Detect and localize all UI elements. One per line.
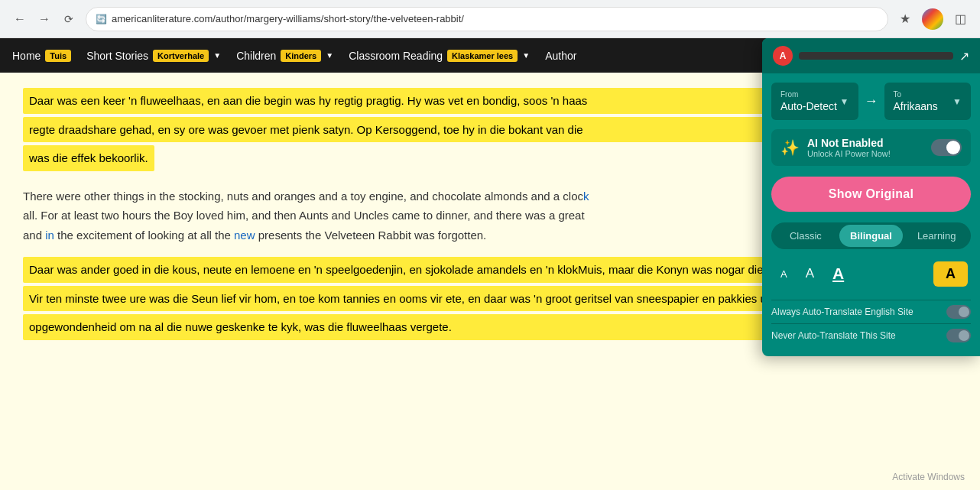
nav-home-badge: Tuis [45,50,71,62]
ai-title: AI Not Enabled [807,137,923,149]
never-translate-label: Never Auto-Translate This Site [771,330,896,341]
auto-translate-toggle[interactable] [946,305,971,319]
nav-short-stories[interactable]: Short Stories Kortverhale ▼ [86,50,221,62]
panel-avatar: A [773,46,793,66]
auto-translate-knob [959,307,969,317]
from-chevron-icon: ▼ [840,96,849,107]
show-original-button[interactable]: Show Original [771,177,971,212]
font-size-medium-button[interactable]: A [800,261,820,286]
tab-learning[interactable]: Learning [904,225,969,247]
security-icon: 🔄 [96,14,107,24]
font-highlight-icon: A [941,264,960,283]
nav-children-badge: Kinders [281,50,321,62]
direction-arrow-icon: → [865,93,878,109]
font-highlight-button[interactable]: A [933,261,968,287]
browser-actions: ★ ◫ [894,8,971,30]
to-value: Afrikaans [894,100,938,112]
nav-author-label: Author [545,50,576,62]
language-row: From Auto-Detect ▼ → To Afrikaans ▼ [771,83,971,120]
panel-header: A ↗ [762,38,980,73]
panel-title-bar [799,52,953,60]
nav-classroom-badge: Klaskamer lees [447,50,518,62]
panel-body: From Auto-Detect ▼ → To Afrikaans ▼ ✨ [762,73,980,356]
translation-panel: A ↗ From Auto-Detect ▼ → To [762,38,980,356]
paragraph-1-af-line3: was die effek bekoorlik. [23,145,154,171]
extensions-button[interactable]: ◫ [949,8,971,30]
activate-windows-watermark: Activate Windows [892,472,965,482]
never-translate-toggle-row: Never Auto-Translate This Site [771,323,971,347]
ai-toggle-knob [946,141,960,154]
nav-author[interactable]: Author [545,50,576,62]
website-content: Home Tuis Short Stories Kortverhale ▼ Ch… [0,38,980,490]
from-label: From [780,90,837,99]
font-size-small-icon: A [780,268,787,280]
auto-translate-label: Always Auto-Translate English Site [771,307,913,317]
font-size-medium-icon: A [806,266,814,281]
to-language-select[interactable]: To Afrikaans ▼ [884,83,972,120]
bookmark-button[interactable]: ★ [894,8,916,30]
font-size-large-icon: A [832,264,844,282]
tab-classic[interactable]: Classic [774,225,838,247]
nav-children-label: Children [236,50,276,62]
panel-export-button[interactable]: ↗ [959,49,969,63]
font-size-row: A A A A [771,260,971,287]
nav-children-arrow: ▼ [326,51,333,60]
back-button[interactable]: ← [9,8,31,30]
reload-button[interactable]: ⟳ [58,8,80,30]
nav-short-stories-arrow: ▼ [213,51,221,60]
ai-star-icon: ✨ [780,138,800,157]
to-label: To [894,90,938,99]
forward-button[interactable]: → [34,8,55,30]
font-size-large-button[interactable]: A [826,260,850,287]
from-value: Auto-Detect [780,100,837,112]
never-translate-knob [959,330,969,341]
nav-classroom-label: Classroom Reading [349,50,443,62]
font-size-small-button[interactable]: A [774,264,793,284]
nav-home-label: Home [12,50,41,62]
nav-short-stories-label: Short Stories [86,50,148,62]
nav-children[interactable]: Children Kinders ▼ [236,50,333,62]
url-text: americanliterature.com/author/margery-wi… [112,13,878,24]
ai-banner: ✨ AI Not Enabled Unlock AI Power Now! [771,129,971,166]
ai-toggle[interactable] [931,139,962,156]
auto-translate-toggle-row: Always Auto-Translate English Site [771,300,971,323]
profile-avatar[interactable] [922,8,943,30]
translation-tabs: Classic Bilingual Learning [771,222,971,249]
never-translate-toggle[interactable] [946,329,971,342]
to-chevron-icon: ▼ [952,96,962,107]
ai-subtitle: Unlock AI Power Now! [807,149,923,158]
nav-buttons: ← → ⟳ [9,8,80,30]
browser-chrome: ← → ⟳ 🔄 americanliterature.com/author/ma… [0,0,980,38]
ai-text-block: AI Not Enabled Unlock AI Power Now! [807,137,923,158]
tab-bilingual[interactable]: Bilingual [839,225,904,247]
nav-home[interactable]: Home Tuis [12,50,71,62]
address-bar[interactable]: 🔄 americanliterature.com/author/margery-… [86,7,888,31]
nav-classroom[interactable]: Classroom Reading Klaskamer lees ▼ [349,50,530,62]
from-language-select[interactable]: From Auto-Detect ▼ [771,83,858,120]
nav-short-stories-badge: Kortverhale [153,50,209,62]
nav-classroom-arrow: ▼ [522,51,530,60]
